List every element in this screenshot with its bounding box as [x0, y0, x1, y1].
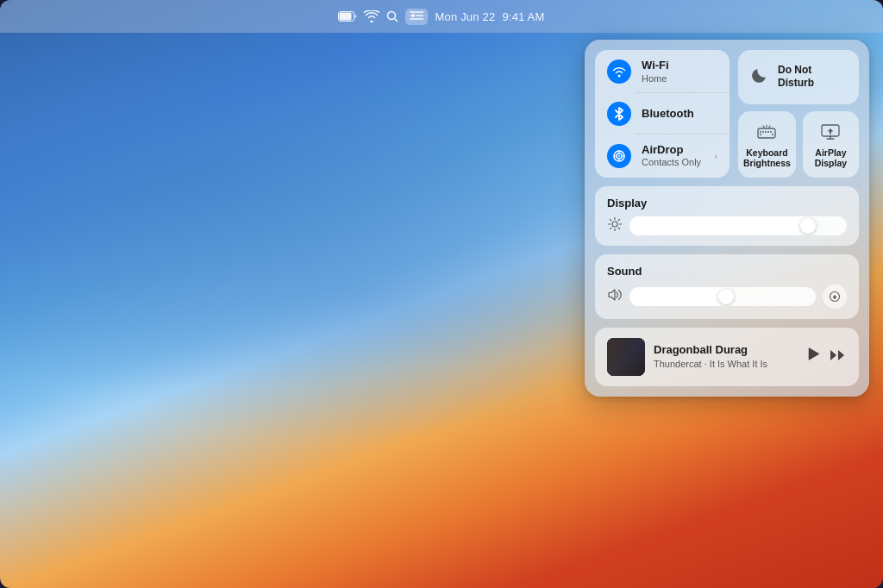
svg-point-8	[618, 74, 621, 77]
sound-section: Sound	[595, 254, 859, 319]
svg-line-29	[610, 220, 611, 221]
display-title: Display	[607, 197, 847, 210]
display-section: Display	[595, 186, 859, 246]
fast-forward-button[interactable]	[830, 348, 847, 366]
svg-rect-35	[607, 338, 645, 376]
wifi-text: Wi-Fi Home	[642, 59, 717, 84]
brightness-fill	[629, 216, 814, 235]
svg-line-31	[618, 220, 619, 221]
wifi-item[interactable]: Wi-Fi Home	[595, 50, 730, 93]
toggle-grid: Do Not Disturb	[738, 50, 859, 178]
svg-rect-1	[340, 13, 352, 21]
top-row: Wi-Fi Home Bluetooth	[595, 50, 859, 178]
volume-thumb	[718, 289, 734, 304]
control-center-panel: Wi-Fi Home Bluetooth	[585, 40, 869, 397]
sound-title: Sound	[607, 265, 847, 278]
bluetooth-item[interactable]: Bluetooth	[595, 93, 730, 134]
track-name: Dragonball Durag	[654, 343, 798, 357]
svg-rect-12	[758, 128, 775, 138]
svg-point-2	[388, 12, 396, 20]
menubar-time: 9:41 AM	[502, 10, 544, 23]
volume-icon	[607, 289, 623, 303]
airdrop-toggle-icon	[607, 144, 631, 168]
now-playing-section: Dragonball Durag Thundercat · It Is What…	[595, 328, 859, 386]
airdrop-name: AirDrop	[642, 143, 704, 157]
svg-point-11	[618, 155, 620, 157]
brightness-thumb	[800, 218, 816, 234]
airdrop-sub: Contacts Only	[642, 156, 704, 168]
play-button[interactable]	[807, 347, 821, 366]
bluetooth-toggle-icon	[607, 102, 631, 126]
svg-line-32	[610, 228, 611, 228]
do-not-disturb-label: Do Not Disturb	[778, 64, 814, 91]
wifi-name: Wi-Fi	[642, 59, 717, 72]
menubar-wifi-icon	[364, 10, 379, 22]
keyboard-brightness-button[interactable]: Keyboard Brightness	[738, 111, 796, 178]
svg-point-24	[612, 222, 617, 227]
sound-slider-row	[607, 285, 847, 309]
svg-line-21	[763, 126, 764, 128]
connectivity-panel: Wi-Fi Home Bluetooth	[595, 50, 730, 178]
display-slider-row	[607, 216, 847, 235]
album-art	[607, 338, 645, 376]
wifi-toggle-icon	[607, 59, 631, 84]
airdrop-item[interactable]: AirDrop Contacts Only ›	[595, 134, 730, 178]
bluetooth-text: Bluetooth	[642, 107, 717, 121]
bluetooth-name: Bluetooth	[642, 107, 717, 121]
track-info: Dragonball Durag Thundercat · It Is What…	[654, 343, 798, 370]
menubar-search-icon[interactable]	[386, 10, 398, 22]
keyboard-brightness-label: Keyboard Brightness	[743, 147, 791, 169]
airplay-display-icon	[818, 120, 842, 144]
airplay-display-button[interactable]: AirPlay Display	[803, 111, 859, 178]
menubar-date: Mon Jun 22	[435, 10, 495, 23]
airplay-display-label: AirPlay Display	[815, 147, 847, 169]
battery-icon	[338, 11, 357, 22]
volume-fill	[629, 287, 732, 306]
track-artist-album: Thundercat · It Is What It Is	[654, 359, 798, 370]
airdrop-chevron-icon: ›	[714, 151, 717, 161]
sound-airplay-button[interactable]	[823, 285, 847, 309]
wifi-sub: Home	[642, 72, 717, 84]
svg-point-3	[411, 14, 415, 17]
svg-line-30	[618, 228, 619, 228]
do-not-disturb-button[interactable]: Do Not Disturb	[738, 50, 859, 104]
control-center-toggle[interactable]	[405, 9, 428, 25]
brightness-icon	[607, 217, 623, 234]
menu-bar-center: Mon Jun 22 9:41 AM	[338, 9, 544, 25]
keyboard-brightness-icon	[755, 120, 779, 144]
bottom-toggles-row: Keyboard Brightness AirPlay	[738, 111, 859, 178]
menu-bar: Mon Jun 22 9:41 AM	[0, 0, 883, 33]
moon-icon	[750, 66, 769, 89]
playback-controls	[807, 347, 847, 366]
svg-rect-34	[607, 338, 645, 376]
airdrop-text: AirDrop Contacts Only	[642, 143, 704, 169]
display-brightness-slider[interactable]	[629, 216, 847, 235]
sound-volume-slider[interactable]	[629, 287, 816, 306]
svg-line-22	[769, 126, 770, 128]
